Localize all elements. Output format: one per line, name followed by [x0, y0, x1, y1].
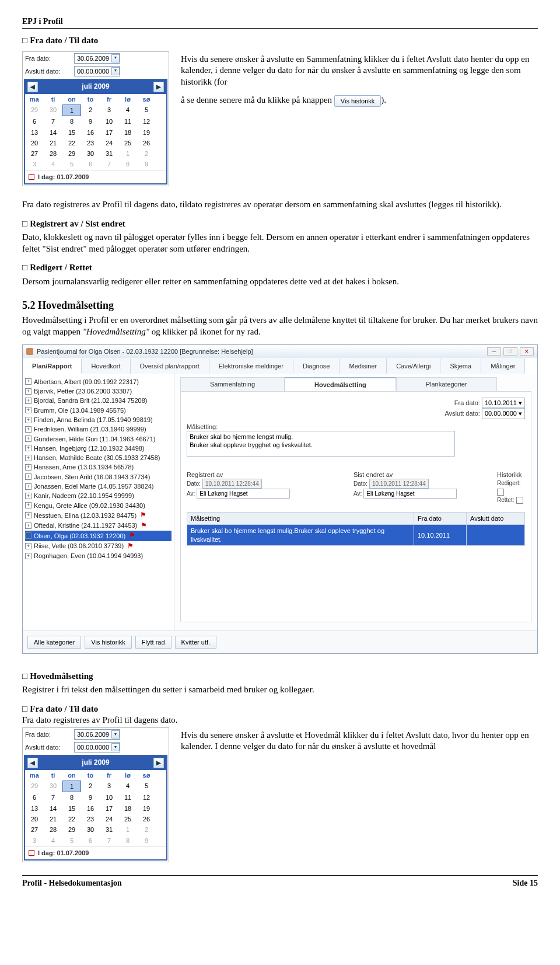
chevron-down-icon[interactable]: ▾: [111, 67, 120, 75]
calendar-day[interactable]: 20: [25, 814, 44, 824]
calendar-day[interactable]: 14: [44, 803, 62, 814]
calendar-day[interactable]: 9: [137, 159, 156, 169]
sist-av-value[interactable]: Eli Løkøng Hagset: [363, 489, 457, 499]
prev-month-button[interactable]: ◀: [27, 82, 38, 92]
next-month-button[interactable]: ▶: [153, 758, 164, 768]
calendar-day[interactable]: 26: [137, 138, 156, 148]
minimize-button[interactable]: ─: [487, 347, 501, 356]
calendar-day[interactable]: 29: [62, 824, 81, 835]
calendar-day[interactable]: 18: [118, 127, 137, 138]
tab-mlinger[interactable]: Målinger: [481, 358, 525, 373]
tree-item[interactable]: +Oftedal, Kristine (24.11.1927 34453)⚑: [25, 521, 172, 531]
tree-item[interactable]: +Fredriksen, William (21.03.1940 99999): [25, 424, 172, 434]
calendar-day[interactable]: 7: [100, 159, 118, 169]
calendar-day[interactable]: 5: [137, 781, 156, 792]
calendar-day[interactable]: 8: [62, 792, 81, 803]
calendar-day[interactable]: 2: [81, 781, 100, 792]
calendar-day[interactable]: 1: [118, 148, 137, 159]
calendar-day[interactable]: 31: [100, 148, 118, 159]
calendar-day[interactable]: 28: [44, 148, 62, 159]
calendar-day[interactable]: 21: [44, 814, 62, 824]
calendar-day[interactable]: 5: [62, 835, 81, 846]
tree-item[interactable]: +Bjørvik, Petter (23.06.2000 33307): [25, 386, 172, 396]
calendar-day[interactable]: 3: [25, 159, 44, 169]
tab-caveallergi[interactable]: Cave/Allergi: [387, 358, 440, 373]
expand-icon[interactable]: +: [25, 553, 32, 559]
calendar-day[interactable]: 1: [62, 781, 81, 792]
calendar-day[interactable]: 1: [62, 104, 81, 116]
vis-historikk-button[interactable]: Vis historikk: [334, 95, 381, 107]
calendar-day[interactable]: 20: [25, 138, 44, 148]
expand-icon[interactable]: +: [25, 543, 32, 549]
chevron-down-icon[interactable]: ▾: [111, 743, 120, 751]
tree-item[interactable]: +Brumm, Ole (13.04.1989 45575): [25, 406, 172, 415]
malsetting-grid[interactable]: Målsetting Fra dato Avslutt dato Bruker …: [187, 512, 525, 546]
calendar-day[interactable]: 1: [118, 824, 137, 835]
calendar-day[interactable]: 3: [100, 781, 118, 792]
button-alle-kategorier[interactable]: Alle kategorier: [27, 636, 81, 649]
tree-item[interactable]: +Hanssen, Arne (13.03.1934 56578): [25, 462, 172, 472]
tree-item[interactable]: +Hansen, Mathilde Beate (30.05.1933 2745…: [25, 453, 172, 462]
calendar-day[interactable]: 11: [118, 792, 137, 803]
expand-icon[interactable]: +: [25, 426, 32, 433]
calendar-day[interactable]: 16: [81, 127, 100, 138]
grid-row[interactable]: Bruker skal bo hjemme lengst mulig.Bruke…: [187, 525, 525, 546]
tab-medisiner[interactable]: Medisiner: [340, 358, 387, 373]
calendar-day[interactable]: 23: [81, 138, 100, 148]
patient-tree[interactable]: +Albertson, Albert (09.09.1992 22317)+Bj…: [23, 374, 174, 630]
close-button[interactable]: ✕: [520, 347, 534, 356]
calendar-day[interactable]: 17: [100, 127, 118, 138]
tree-item[interactable]: +Albertson, Albert (09.09.1992 22317): [25, 377, 172, 386]
tab-hovedkort[interactable]: Hovedkort: [82, 358, 130, 373]
redigert-checkbox[interactable]: [497, 489, 504, 496]
calendar-day[interactable]: 25: [118, 814, 137, 824]
button-vis-historikk[interactable]: Vis historikk: [85, 636, 131, 649]
calendar-day[interactable]: 22: [62, 814, 81, 824]
calendar-day[interactable]: 5: [62, 159, 81, 169]
calendar-day[interactable]: 7: [44, 116, 62, 127]
tab-planrapport[interactable]: Plan/Rapport: [23, 358, 82, 373]
calendar-day[interactable]: 8: [118, 835, 137, 846]
calendar-day[interactable]: 8: [62, 116, 81, 127]
calendar-day[interactable]: 8: [118, 159, 137, 169]
malsetting-textarea[interactable]: Bruker skal bo hjemme lengst mulig.Bruke…: [187, 431, 455, 457]
tree-item[interactable]: +Kengu, Grete Alice (09.02.1930 34430): [25, 501, 172, 510]
tree-item[interactable]: +Jacobsen, Sten Arild (16.08.1943 37734): [25, 472, 172, 482]
expand-icon[interactable]: +: [25, 464, 32, 471]
calendar-day[interactable]: 9: [81, 792, 100, 803]
expand-icon[interactable]: +: [25, 483, 32, 490]
expand-icon[interactable]: +: [25, 417, 32, 423]
calendar-day[interactable]: 30: [81, 148, 100, 159]
calendar-day[interactable]: 4: [44, 159, 62, 169]
tree-item[interactable]: +Nesstuen, Elina (12.03.1932 84475)⚑: [25, 510, 172, 521]
avslutt-dato-input[interactable]: 00.00.0000 ▾: [482, 408, 525, 419]
calendar-today[interactable]: I dag: 01.07.2009: [25, 170, 166, 183]
expand-icon[interactable]: +: [25, 512, 32, 518]
tree-item[interactable]: +Riise, Vetle (03.06.2010 37739)⚑: [25, 541, 172, 552]
calendar-day[interactable]: 9: [81, 116, 100, 127]
calendar-day[interactable]: 6: [81, 835, 100, 846]
calendar-day[interactable]: 19: [137, 803, 156, 814]
calendar-day[interactable]: 10: [100, 792, 118, 803]
expand-icon[interactable]: +: [25, 388, 32, 395]
calendar-day[interactable]: 4: [118, 104, 137, 116]
grid-col-malsetting[interactable]: Målsetting: [187, 513, 414, 525]
calendar-day[interactable]: 4: [44, 835, 62, 846]
button-flytt-rad[interactable]: Flytt rad: [135, 636, 172, 649]
chevron-down-icon[interactable]: ▾: [111, 730, 120, 738]
fra-dato-input[interactable]: 10.10.2011 ▾: [482, 398, 525, 408]
calendar-day[interactable]: 12: [137, 792, 156, 803]
subtab-plankategorier[interactable]: Plankategorier: [396, 377, 497, 391]
tab-elektroniskemeldinger[interactable]: Elektroniske meldinger: [209, 358, 293, 373]
calendar-day[interactable]: 4: [118, 781, 137, 792]
calendar-day[interactable]: 30: [44, 104, 62, 116]
subtab-hovedmålsetting[interactable]: Hovedmålsetting: [285, 377, 396, 391]
avslutt-dato-field[interactable]: 00.00.0000▾: [74, 66, 120, 76]
expand-icon[interactable]: +: [25, 532, 32, 539]
calendar-month[interactable]: juli 2009: [82, 82, 109, 92]
tree-item[interactable]: +Kanir, Nadeem (22.10.1954 99999): [25, 491, 172, 500]
calendar-day[interactable]: 9: [137, 835, 156, 846]
calendar-day[interactable]: 10: [100, 116, 118, 127]
tree-item[interactable]: +Hansen, Ingebjørg (12.10.1932 34498): [25, 444, 172, 453]
calendar-day[interactable]: 17: [100, 803, 118, 814]
